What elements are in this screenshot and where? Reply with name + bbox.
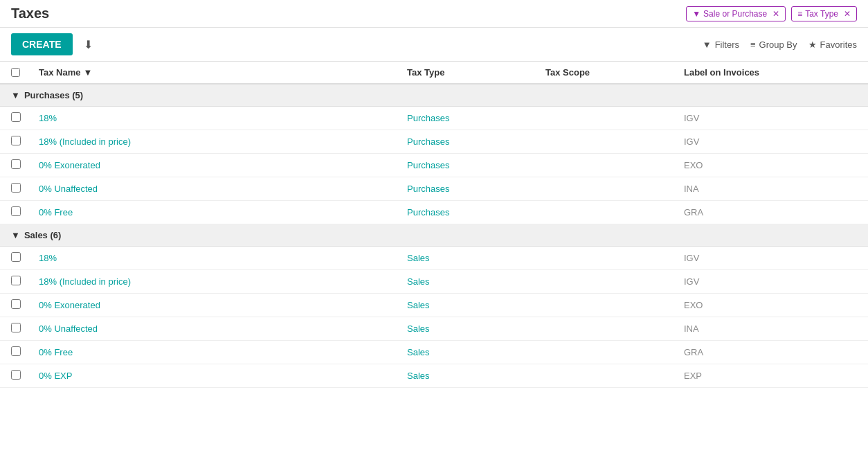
download-icon: ⬇ (84, 39, 93, 51)
create-button[interactable]: CREATE (11, 33, 73, 55)
row-label-invoice: EXP (684, 371, 857, 381)
row-tax-type[interactable]: Sales (407, 300, 545, 310)
filter-tag-close-sale[interactable]: ✕ (772, 9, 779, 19)
row-checkbox-cell[interactable] (11, 323, 39, 335)
tax-name-link[interactable]: 0% Exonerated (39, 160, 100, 170)
favorites-action[interactable]: ★ Favorites (808, 39, 857, 50)
row-checkbox[interactable] (11, 346, 21, 356)
tax-name-link[interactable]: 0% EXP (39, 371, 72, 381)
row-checkbox[interactable] (11, 299, 21, 309)
row-checkbox[interactable] (11, 370, 21, 380)
row-checkbox-cell[interactable] (11, 252, 39, 264)
filter-tag-close-tax[interactable]: ✕ (844, 9, 851, 19)
table-row[interactable]: 18% (Included in price) Purchases IGV (0, 130, 868, 154)
label-invoice-value: IGV (684, 113, 699, 123)
filters-label: Filters (715, 39, 739, 50)
row-tax-type[interactable]: Purchases (407, 113, 545, 123)
group-by-label: Group By (759, 39, 797, 50)
label-invoice-value: GRA (684, 347, 703, 357)
row-checkbox-cell[interactable] (11, 159, 39, 171)
row-checkbox-cell[interactable] (11, 299, 39, 311)
download-button[interactable]: ⬇ (78, 35, 98, 54)
row-tax-type[interactable]: Sales (407, 371, 545, 381)
group-header-purchases[interactable]: ▼Purchases (5) (0, 85, 868, 107)
row-tax-type[interactable]: Purchases (407, 136, 545, 147)
row-tax-type[interactable]: Sales (407, 276, 545, 287)
filter-tag-sale-or-purchase[interactable]: ▼ Sale or Purchase ✕ (686, 6, 786, 21)
label-invoice-value: GRA (684, 207, 703, 217)
row-tax-type[interactable]: Sales (407, 253, 545, 263)
table-row[interactable]: 0% EXP Sales EXP (0, 364, 868, 388)
tax-name-link[interactable]: 18% (Included in price) (39, 136, 131, 147)
row-checkbox[interactable] (11, 252, 21, 262)
table-row[interactable]: 18% Sales IGV (0, 247, 868, 270)
tax-name-link[interactable]: 0% Unaffected (39, 184, 98, 194)
row-checkbox[interactable] (11, 323, 21, 332)
col-header-tax-type: Tax Type (407, 67, 545, 78)
row-tax-name[interactable]: 18% (39, 253, 407, 263)
row-tax-name[interactable]: 0% Unaffected (39, 184, 407, 194)
row-checkbox-cell[interactable] (11, 136, 39, 148)
header-checkbox-cell[interactable] (11, 67, 39, 78)
toolbar-left: CREATE ⬇ (11, 33, 98, 55)
row-tax-type[interactable]: Sales (407, 323, 545, 334)
filter-tag-tax-type[interactable]: ≡ Tax Type ✕ (791, 6, 857, 21)
table-row[interactable]: 0% Exonerated Purchases EXO (0, 154, 868, 177)
filters-action[interactable]: ▼ Filters (703, 39, 739, 50)
row-tax-name[interactable]: 18% (Included in price) (39, 276, 407, 287)
tax-name-link[interactable]: 0% Exonerated (39, 300, 100, 310)
col-header-tax-name[interactable]: Tax Name ▼ (39, 67, 407, 78)
filter-tag-label-tax: Tax Type (805, 9, 838, 19)
col-header-tax-scope: Tax Scope (545, 67, 684, 78)
row-label-invoice: GRA (684, 207, 857, 217)
row-checkbox-cell[interactable] (11, 276, 39, 287)
tax-name-link[interactable]: 0% Free (39, 347, 73, 357)
row-tax-name[interactable]: 0% EXP (39, 371, 407, 381)
row-checkbox-cell[interactable] (11, 370, 39, 382)
filter-icon: ▼ (703, 39, 712, 50)
tax-type-value: Purchases (407, 184, 449, 194)
row-tax-name[interactable]: 0% Free (39, 347, 407, 357)
table-row[interactable]: 18% (Included in price) Sales IGV (0, 270, 868, 294)
tax-name-link[interactable]: 18% (39, 253, 57, 263)
row-tax-name[interactable]: 18% (Included in price) (39, 136, 407, 147)
group-header-sales[interactable]: ▼Sales (6) (0, 224, 868, 247)
row-checkbox[interactable] (11, 136, 21, 145)
row-tax-type[interactable]: Purchases (407, 160, 545, 170)
row-tax-name[interactable]: 0% Free (39, 207, 407, 217)
table-row[interactable]: 0% Unaffected Sales INA (0, 317, 868, 341)
row-tax-type[interactable]: Purchases (407, 184, 545, 194)
row-checkbox[interactable] (11, 206, 21, 216)
row-tax-name[interactable]: 0% Exonerated (39, 300, 407, 310)
row-label-invoice: INA (684, 184, 857, 194)
table-row[interactable]: 0% Exonerated Sales EXO (0, 294, 868, 317)
row-checkbox[interactable] (11, 159, 21, 169)
group-by-action[interactable]: ≡ Group By (750, 39, 797, 50)
row-tax-type[interactable]: Sales (407, 347, 545, 357)
row-checkbox[interactable] (11, 276, 21, 285)
table-row[interactable]: 0% Free Sales GRA (0, 341, 868, 364)
row-checkbox-cell[interactable] (11, 346, 39, 358)
tax-name-link[interactable]: 18% (Included in price) (39, 276, 131, 287)
toolbar: CREATE ⬇ ▼ Filters ≡ Group By ★ Favorite… (0, 28, 868, 62)
tax-type-value: Sales (407, 300, 430, 310)
row-tax-name[interactable]: 0% Exonerated (39, 160, 407, 170)
group-collapse-icon-sales: ▼ (11, 230, 20, 240)
row-tax-name[interactable]: 18% (39, 113, 407, 123)
row-tax-type[interactable]: Purchases (407, 207, 545, 217)
table-row[interactable]: 0% Unaffected Purchases INA (0, 177, 868, 201)
row-checkbox-cell[interactable] (11, 112, 39, 124)
table-row[interactable]: 18% Purchases IGV (0, 107, 868, 130)
filter-tag-icon-sale: ▼ (692, 9, 700, 19)
tax-type-value: Sales (407, 323, 430, 334)
tax-name-link[interactable]: 18% (39, 113, 57, 123)
row-checkbox[interactable] (11, 183, 21, 193)
row-checkbox[interactable] (11, 112, 21, 122)
tax-name-link[interactable]: 0% Free (39, 207, 73, 217)
table-row[interactable]: 0% Free Purchases GRA (0, 201, 868, 224)
select-all-checkbox[interactable] (11, 68, 20, 77)
row-tax-name[interactable]: 0% Unaffected (39, 323, 407, 334)
tax-name-link[interactable]: 0% Unaffected (39, 323, 98, 334)
row-checkbox-cell[interactable] (11, 183, 39, 195)
row-checkbox-cell[interactable] (11, 206, 39, 218)
